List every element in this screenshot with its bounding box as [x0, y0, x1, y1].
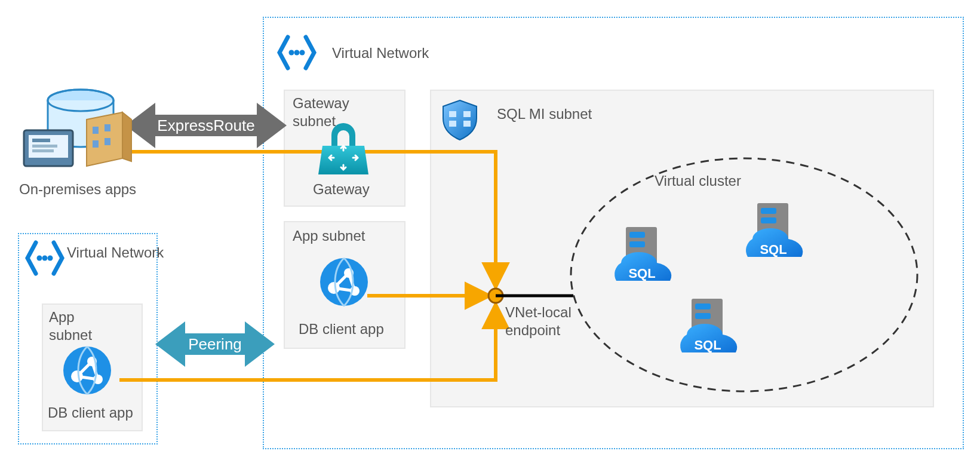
gateway-label: Gateway	[313, 180, 370, 198]
svg-point-2	[289, 50, 294, 56]
peering-label: Peering	[188, 335, 242, 353]
svg-rect-15	[105, 138, 110, 145]
sql-node-1: SQL	[615, 227, 671, 281]
endpoint-label: VNet-local endpoint	[505, 303, 572, 339]
diagram-canvas: SQL SQL SQL ExpressRoute Peering Virtual…	[0, 0, 980, 463]
gateway-icon	[318, 123, 368, 174]
svg-rect-24	[463, 121, 471, 127]
vnet-main-label: Virtual Network	[332, 44, 429, 62]
svg-point-4	[300, 50, 305, 56]
svg-rect-39	[761, 217, 776, 223]
gateway-subnet-title: Gateway subnet	[293, 94, 349, 130]
svg-point-6	[42, 256, 48, 261]
svg-rect-12	[93, 127, 99, 134]
svg-point-26	[320, 258, 368, 306]
svg-point-5	[37, 256, 42, 261]
svg-rect-19	[32, 145, 57, 148]
svg-rect-13	[105, 124, 110, 131]
on-prem-icon	[24, 90, 131, 166]
svg-point-3	[294, 50, 300, 56]
svg-point-7	[48, 256, 53, 261]
db-client-left-label: DB client app	[48, 404, 133, 422]
svg-rect-41	[695, 303, 711, 309]
expressroute-label: ExpressRoute	[157, 116, 254, 134]
app-subnet-main-title: App subnet	[293, 227, 365, 245]
sql-badge-text: SQL	[760, 242, 787, 257]
svg-rect-23	[449, 121, 456, 127]
svg-marker-11	[122, 112, 131, 161]
sql-badge-text: SQL	[628, 266, 655, 281]
svg-rect-21	[449, 111, 456, 117]
svg-rect-22	[463, 111, 471, 117]
on-prem-label: On-premises apps	[19, 180, 136, 198]
svg-point-30	[63, 347, 111, 394]
db-client-icon-main	[320, 258, 368, 306]
virtual-cluster-label: Virtual cluster	[655, 172, 741, 190]
sql-node-2: SQL	[746, 203, 803, 257]
svg-rect-18	[32, 139, 50, 142]
vnet-left-label: Virtual Network	[67, 244, 164, 262]
vnet-icon	[279, 37, 314, 68]
overlay-svg: SQL SQL SQL ExpressRoute Peering	[0, 0, 980, 463]
app-subnet-left-title: App subnet	[49, 308, 92, 344]
db-client-main-label: DB client app	[299, 320, 384, 338]
sql-node-3: SQL	[680, 299, 737, 352]
sql-badge-text: SQL	[694, 338, 721, 352]
svg-rect-35	[629, 232, 645, 238]
db-client-icon-left	[63, 347, 111, 394]
svg-rect-36	[629, 241, 645, 247]
vnet-icon-left	[27, 243, 62, 274]
svg-rect-42	[695, 313, 711, 319]
shield-icon	[443, 100, 477, 140]
svg-rect-20	[32, 149, 54, 152]
svg-rect-14	[93, 140, 99, 148]
svg-rect-38	[761, 208, 776, 214]
sql-subnet-title: SQL MI subnet	[497, 105, 592, 123]
